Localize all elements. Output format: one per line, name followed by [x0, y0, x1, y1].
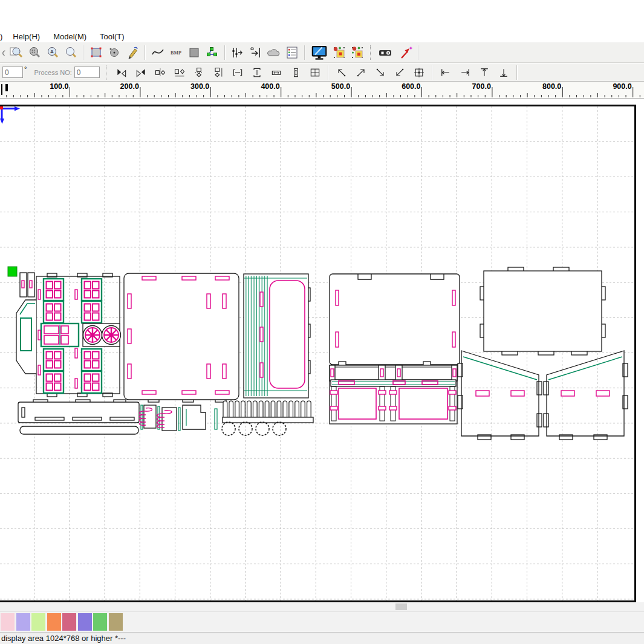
param-adjust-icon[interactable]	[230, 45, 246, 60]
ruler-label: 500.0	[322, 82, 350, 91]
piece-spring-1[interactable]	[140, 405, 160, 429]
svg-text:BMP: BMP	[171, 50, 181, 56]
same-height-icon[interactable]	[288, 66, 303, 79]
ruler-origin-mark	[1, 84, 2, 95]
piece-side-striped-panel[interactable]	[244, 274, 310, 398]
ruler-label: 300.0	[181, 82, 209, 91]
marker-green-square[interactable]	[8, 267, 17, 276]
zoom-all-icon[interactable]: A	[45, 45, 60, 60]
preview-monitor-icon[interactable]	[310, 45, 329, 60]
toolbar-align: ° Process NO:	[0, 63, 644, 82]
rotation-input[interactable]	[2, 67, 23, 78]
piece-roof-left[interactable]	[458, 351, 542, 440]
palette-swatch[interactable]	[16, 613, 30, 631]
scrollbar-thumb[interactable]	[395, 603, 407, 610]
equal-h-spacing-icon[interactable]	[230, 66, 245, 79]
mirror-vertical-copy-icon[interactable]	[211, 66, 226, 79]
same-width-icon[interactable]	[269, 66, 284, 79]
menu-item-cut[interactable]: )	[0, 32, 6, 41]
draw-rect-select-icon[interactable]	[88, 45, 104, 60]
align-top-right-icon[interactable]	[354, 66, 368, 79]
piece-floor-panel[interactable]	[124, 273, 239, 402]
separator	[224, 45, 226, 60]
piece-porch-balustrade[interactable]	[330, 362, 457, 424]
horizontal-scrollbar[interactable]	[0, 602, 644, 611]
partial-tool-icon[interactable]	[1, 45, 6, 60]
push-top-icon[interactable]	[477, 66, 492, 79]
laser-position-icon[interactable]	[398, 45, 414, 60]
piece-small-tab-1[interactable]	[20, 273, 27, 297]
svg-text:A: A	[50, 49, 54, 54]
mirror-horizontal-icon[interactable]	[153, 66, 168, 79]
horizontal-ruler: 100.0200.0300.0400.0500.0600.0700.0800.0…	[0, 82, 644, 99]
palette-swatch[interactable]	[93, 613, 107, 631]
menu-item-model[interactable]: Model(M)	[47, 32, 93, 41]
separator	[369, 45, 371, 60]
palette-swatch[interactable]	[62, 613, 76, 631]
palette-swatch[interactable]	[109, 613, 123, 631]
zoom-selection-icon[interactable]	[27, 45, 42, 60]
simulate-output-icon[interactable]	[350, 45, 365, 60]
piece-spring-2[interactable]	[157, 408, 180, 431]
piece-small-tab-2[interactable]	[28, 273, 34, 297]
gears[interactable]	[222, 422, 286, 435]
piece-roof-base-panel[interactable]	[330, 274, 460, 365]
separator	[418, 45, 419, 60]
push-left-icon[interactable]	[438, 66, 453, 79]
separator	[145, 45, 146, 60]
push-right-icon[interactable]	[458, 66, 472, 79]
ruler-label: 800.0	[533, 82, 561, 91]
piece-roof-right[interactable]	[544, 351, 628, 440]
filled-rect-icon[interactable]	[186, 45, 202, 60]
separator	[328, 65, 329, 80]
palette-swatch[interactable]	[31, 613, 45, 631]
degree-symbol: °	[24, 65, 27, 73]
canvas[interactable]	[0, 105, 636, 602]
color-palette	[0, 611, 644, 632]
palette-swatch[interactable]	[47, 613, 61, 631]
output-stamp-icon[interactable]	[266, 45, 282, 60]
curve-tool-icon[interactable]	[150, 45, 166, 60]
status-bar: display area 1024*768 or higher *---	[0, 632, 644, 644]
piece-top-panel[interactable]	[480, 267, 605, 355]
process-no-label: Process NO:	[34, 69, 71, 76]
align-bottom-left-icon[interactable]	[392, 66, 407, 79]
zoom-out-icon[interactable]	[63, 45, 79, 60]
zoom-page-icon[interactable]	[8, 45, 24, 60]
align-top-left-icon[interactable]	[334, 66, 349, 79]
mirror-horizontal-copy-icon[interactable]	[172, 66, 187, 79]
toolbar-main: A BMP	[0, 42, 644, 63]
simulate-fast-icon[interactable]	[331, 45, 347, 60]
menu-bar: ) Help(H) Model(M) Tool(T)	[0, 30, 644, 42]
separator	[432, 65, 433, 80]
palette-swatch[interactable]	[1, 613, 15, 631]
draw-ellipse-icon[interactable]	[106, 45, 122, 60]
mirror-vertical-icon[interactable]	[192, 66, 206, 79]
ruler-label: 600.0	[393, 82, 421, 91]
push-bottom-icon[interactable]	[496, 66, 511, 79]
work-list-icon[interactable]	[284, 45, 300, 60]
move-to-origin-icon[interactable]	[248, 45, 264, 60]
piece-base-strip-a[interactable]	[18, 400, 139, 423]
piece-bracket[interactable]	[183, 405, 217, 429]
node-edit-icon[interactable]	[204, 45, 220, 60]
palette-swatch[interactable]	[78, 613, 92, 631]
menu-item-help[interactable]: Help(H)	[6, 32, 47, 41]
align-center-icon[interactable]	[412, 66, 426, 79]
separator	[105, 65, 106, 80]
origin-axes	[0, 106, 20, 124]
mirror-diag-down-icon[interactable]	[134, 66, 148, 79]
ruler-cursor-mark	[5, 84, 8, 91]
bmp-import-icon[interactable]: BMP	[168, 45, 184, 60]
equal-v-spacing-icon[interactable]	[250, 66, 264, 79]
draw-pen-icon[interactable]	[125, 45, 140, 60]
mirror-diag-up-icon[interactable]	[114, 66, 129, 79]
ruler-label: 900.0	[604, 82, 632, 91]
menu-item-tool[interactable]: Tool(T)	[93, 32, 131, 41]
piece-comb-strip[interactable]	[223, 401, 313, 423]
align-bottom-right-icon[interactable]	[373, 66, 388, 79]
process-no-input[interactable]	[74, 67, 100, 78]
same-size-icon[interactable]	[308, 66, 322, 79]
piece-base-strip-b[interactable]	[20, 426, 138, 434]
device-output-icon[interactable]	[375, 45, 395, 60]
